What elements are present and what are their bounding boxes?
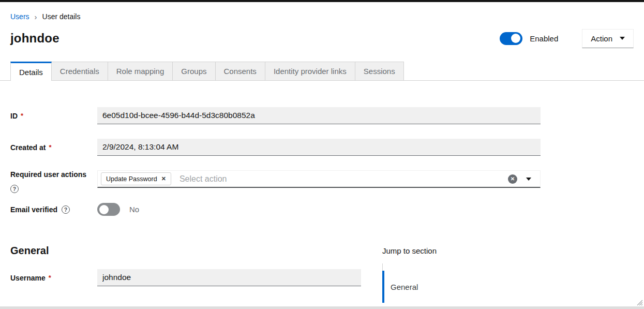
tab-consents[interactable]: Consents <box>216 62 265 81</box>
window-bottom-edge <box>0 306 644 309</box>
field-row-created-at: Created at* <box>10 139 634 156</box>
required-user-actions-label: Required user actions ? <box>10 170 97 193</box>
jump-links-nav: General <box>382 263 634 303</box>
chip-remove-icon[interactable]: ✕ <box>161 176 166 182</box>
jump-to-section-label: Jump to section <box>382 245 634 255</box>
general-form: General Username* <box>10 245 382 303</box>
jump-to-section-panel: Jump to section General <box>382 245 634 303</box>
chip-label: Update Password <box>106 175 157 183</box>
header-controls: Enabled Action <box>500 29 634 48</box>
enabled-toggle-label: Enabled <box>530 34 558 43</box>
select-caret-down-icon[interactable] <box>526 178 531 181</box>
required-user-actions-select[interactable]: Update Password ✕ Select action ✕ <box>97 170 541 188</box>
tab-groups[interactable]: Groups <box>173 62 215 81</box>
field-row-id: ID* <box>10 107 634 124</box>
id-label: ID* <box>10 112 97 120</box>
user-detail-tabs: Details Credentials Role mapping Groups … <box>10 62 634 81</box>
clear-selections-icon[interactable]: ✕ <box>508 174 517 184</box>
tab-identity-provider-links[interactable]: Identity provider links <box>265 62 355 81</box>
resize-grip-icon[interactable] <box>636 299 642 305</box>
selected-action-chip: Update Password ✕ <box>101 172 171 185</box>
field-row-required-user-actions: Required user actions ? Update Password … <box>10 170 634 193</box>
email-verified-state: No <box>129 205 139 214</box>
general-heading: General <box>10 245 382 257</box>
id-field[interactable] <box>97 107 541 124</box>
created-at-label: Created at* <box>10 143 97 152</box>
username-label: Username* <box>10 274 97 282</box>
page-header: johndoe Enabled Action <box>10 28 634 48</box>
email-verified-toggle[interactable] <box>97 203 120 216</box>
tab-sessions[interactable]: Sessions <box>355 62 404 81</box>
enabled-toggle[interactable] <box>500 32 522 45</box>
required-indicator: * <box>21 112 23 120</box>
user-details-form: ID* Created at* Required user actions ? … <box>10 107 634 216</box>
toggle-knob <box>511 34 520 43</box>
field-row-email-verified: Email verified ? No <box>10 203 634 216</box>
user-details-page: Users › User details johndoe Enabled Act… <box>0 2 644 303</box>
toggle-knob <box>99 205 109 214</box>
created-at-field[interactable] <box>97 139 541 156</box>
help-question-icon[interactable]: ? <box>10 185 19 193</box>
chevron-right-icon: › <box>35 13 37 21</box>
field-row-username: Username* <box>10 269 382 286</box>
tab-role-mapping[interactable]: Role mapping <box>108 62 173 81</box>
help-question-icon[interactable]: ? <box>62 205 70 214</box>
general-section: General Username* Jump to section Genera… <box>10 245 634 303</box>
action-dropdown-label: Action <box>591 34 612 43</box>
action-dropdown-button[interactable]: Action <box>582 29 634 48</box>
email-verified-label: Email verified ? <box>10 205 97 214</box>
breadcrumb-link-users[interactable]: Users <box>10 12 29 21</box>
required-indicator: * <box>49 274 51 282</box>
page-title: johndoe <box>10 31 59 46</box>
breadcrumb: Users › User details <box>10 2 634 21</box>
breadcrumb-current: User details <box>42 12 81 21</box>
tab-details[interactable]: Details <box>10 62 52 81</box>
required-indicator: * <box>49 143 51 151</box>
select-action-placeholder: Select action <box>179 174 227 184</box>
username-field[interactable] <box>97 269 361 286</box>
caret-down-icon <box>620 37 625 40</box>
tab-credentials[interactable]: Credentials <box>52 62 108 81</box>
jump-link-general[interactable]: General <box>382 271 634 303</box>
